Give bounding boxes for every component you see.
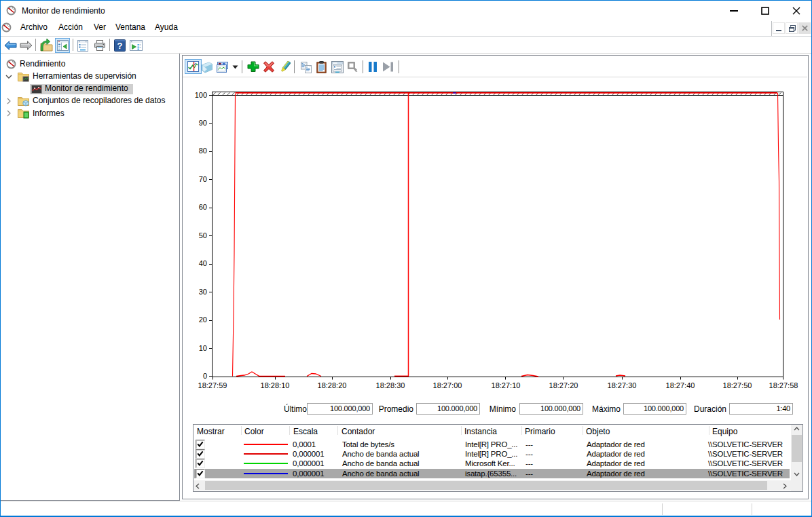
svg-text:?: ?	[117, 41, 123, 51]
